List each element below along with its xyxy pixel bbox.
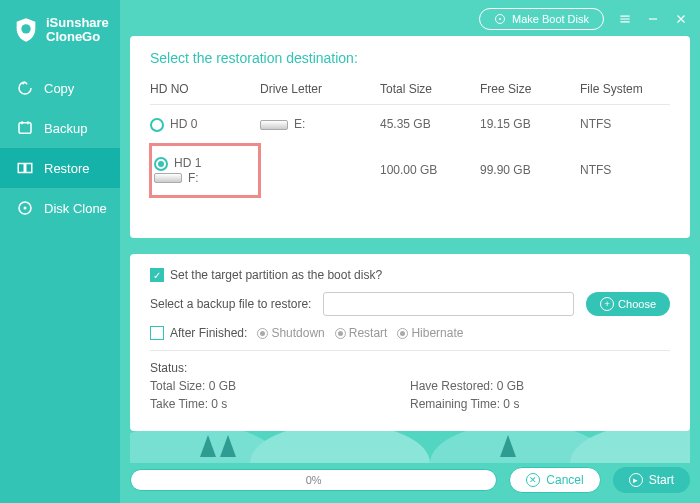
- svg-point-5: [24, 207, 27, 210]
- close-button[interactable]: [674, 12, 688, 26]
- status-restored: Have Restored: 0 GB: [410, 379, 670, 393]
- play-icon: ▸: [629, 473, 643, 487]
- disc-icon: [494, 13, 506, 25]
- start-button[interactable]: ▸ Start: [613, 467, 690, 493]
- status-taketime: Take Time: 0 s: [150, 397, 410, 411]
- cell-free: 19.15 GB: [480, 105, 580, 144]
- radio-checked[interactable]: [154, 157, 168, 171]
- choose-button[interactable]: + Choose: [586, 292, 670, 316]
- cancel-icon: ✕: [526, 473, 540, 487]
- menu-button[interactable]: [618, 12, 632, 26]
- table-row[interactable]: HD 1 F: 100.00 GB 99.90 GB NTFS: [150, 144, 670, 197]
- diskclone-icon: [16, 199, 34, 217]
- after-finished-label: After Finished:: [170, 326, 247, 340]
- shield-icon: [12, 16, 40, 44]
- restore-icon: [16, 159, 34, 177]
- radio-restart[interactable]: [335, 328, 346, 339]
- restart-label: Restart: [349, 326, 388, 340]
- panel-title: Select the restoration destination:: [150, 50, 670, 66]
- progress-text: 0%: [306, 474, 322, 486]
- footer: 0% ✕ Cancel ▸ Start: [130, 467, 690, 493]
- cancel-label: Cancel: [546, 473, 583, 487]
- cell-total: 45.35 GB: [380, 105, 480, 144]
- status-total: Total Size: 0 GB: [150, 379, 410, 393]
- boot-label: Make Boot Disk: [512, 13, 589, 25]
- cancel-button[interactable]: ✕ Cancel: [509, 467, 600, 493]
- backup-icon: [16, 119, 34, 137]
- make-boot-disk-button[interactable]: Make Boot Disk: [479, 8, 604, 30]
- svg-rect-2: [18, 164, 24, 173]
- svg-point-7: [499, 18, 501, 20]
- sidebar-item-diskclone[interactable]: Disk Clone: [0, 188, 120, 228]
- cell-total: 100.00 GB: [380, 144, 480, 197]
- cell-hd: HD 1: [174, 156, 201, 170]
- col-total: Total Size: [380, 74, 480, 105]
- boot-question: Set the target partition as the boot dis…: [170, 268, 382, 282]
- col-letter: Drive Letter: [260, 74, 380, 105]
- status-remaining: Remaining Time: 0 s: [410, 397, 670, 411]
- after-finished-checkbox[interactable]: [150, 326, 164, 340]
- plus-icon: +: [600, 297, 614, 311]
- options-panel: Set the target partition as the boot dis…: [130, 254, 690, 431]
- cell-free: 99.90 GB: [480, 144, 580, 197]
- cell-hd: HD 0: [170, 117, 197, 131]
- shutdown-label: Shutdown: [271, 326, 324, 340]
- boot-checkbox[interactable]: [150, 268, 164, 282]
- destination-table: HD NO Drive Letter Total Size Free Size …: [150, 74, 670, 197]
- copy-icon: [16, 79, 34, 97]
- brand-line1: iSunshare: [46, 16, 109, 30]
- destination-panel: Select the restoration destination: HD N…: [130, 36, 690, 238]
- radio-shutdown[interactable]: [257, 328, 268, 339]
- hibernate-label: Hibernate: [411, 326, 463, 340]
- nav-label: Copy: [44, 81, 74, 96]
- cell-fs: NTFS: [580, 144, 670, 197]
- select-backup-label: Select a backup file to restore:: [150, 297, 311, 311]
- titlebar: Make Boot Disk: [479, 8, 688, 30]
- drive-icon: [260, 120, 288, 130]
- col-hdno: HD NO: [150, 74, 260, 105]
- cell-letter: E:: [294, 117, 305, 131]
- brand-line2: CloneGo: [46, 30, 109, 44]
- progress-bar: 0%: [130, 469, 497, 491]
- minimize-button[interactable]: [646, 12, 660, 26]
- svg-rect-3: [26, 164, 32, 173]
- menu-icon: [618, 12, 632, 26]
- app-logo: iSunshareCloneGo: [0, 0, 120, 60]
- main: Select the restoration destination: HD N…: [130, 36, 690, 447]
- radio-unchecked[interactable]: [150, 118, 164, 132]
- cell-fs: NTFS: [580, 105, 670, 144]
- status-label: Status:: [150, 361, 670, 375]
- nav-label: Backup: [44, 121, 87, 136]
- svg-point-0: [21, 24, 30, 33]
- col-fs: File System: [580, 74, 670, 105]
- sidebar: iSunshareCloneGo Copy Backup Restore Dis…: [0, 0, 120, 503]
- nav-label: Restore: [44, 161, 90, 176]
- nav-label: Disk Clone: [44, 201, 107, 216]
- start-label: Start: [649, 473, 674, 487]
- divider: [150, 350, 670, 351]
- table-row[interactable]: HD 0 E: 45.35 GB 19.15 GB NTFS: [150, 105, 670, 144]
- choose-label: Choose: [618, 298, 656, 310]
- svg-rect-1: [19, 123, 31, 134]
- nav: Copy Backup Restore Disk Clone: [0, 68, 120, 228]
- drive-icon: [154, 173, 182, 183]
- backup-file-input[interactable]: [323, 292, 574, 316]
- sidebar-item-backup[interactable]: Backup: [0, 108, 120, 148]
- sidebar-item-copy[interactable]: Copy: [0, 68, 120, 108]
- cell-letter: F:: [188, 171, 199, 185]
- radio-hibernate[interactable]: [397, 328, 408, 339]
- close-icon: [674, 12, 688, 26]
- sidebar-item-restore[interactable]: Restore: [0, 148, 120, 188]
- minimize-icon: [646, 12, 660, 26]
- col-free: Free Size: [480, 74, 580, 105]
